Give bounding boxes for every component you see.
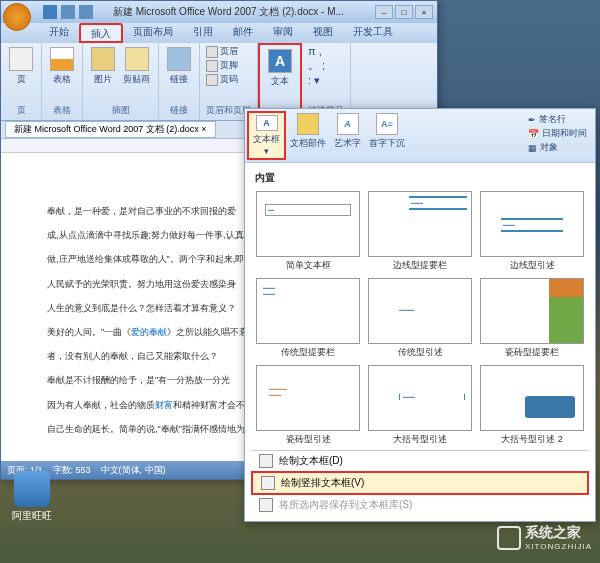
table-button[interactable]: 表格 bbox=[48, 45, 76, 88]
window-title: 新建 Microsoft Office Word 2007 文档 (2).doc… bbox=[113, 5, 344, 19]
draw-icon bbox=[259, 454, 273, 468]
datetime-button[interactable]: 📅日期和时间 bbox=[528, 127, 587, 140]
group-illustrations: 图片 剪贴画 插图 bbox=[83, 43, 159, 120]
dropcap-button[interactable]: A≡首字下沉 bbox=[365, 111, 409, 160]
redo-icon[interactable] bbox=[79, 5, 93, 19]
tab-view[interactable]: 视图 bbox=[303, 23, 343, 43]
symbol-button-3[interactable]: : ▾ bbox=[308, 74, 325, 87]
pagenumber-icon bbox=[206, 74, 218, 86]
maximize-button[interactable]: □ bbox=[395, 5, 413, 19]
symbol-button-2[interactable]: 。 ; bbox=[308, 58, 325, 73]
save-to-gallery-option[interactable]: 将所选内容保存到文本框库(S) bbox=[251, 495, 589, 515]
gallery-footer: 绘制文本框(D) 绘制竖排文本框(V) 将所选内容保存到文本框库(S) bbox=[251, 450, 589, 515]
group-links: 链接 链接 bbox=[159, 43, 200, 120]
undo-icon[interactable] bbox=[61, 5, 75, 19]
parts-icon bbox=[297, 113, 319, 135]
tab-dev[interactable]: 开发工具 bbox=[343, 23, 403, 43]
group-table: 表格 表格 bbox=[42, 43, 83, 120]
watermark: 系统之家 XITONGZHIJIA bbox=[497, 524, 592, 551]
gallery-item-border-quote[interactable]: ━━━━ 边线型引述 bbox=[479, 191, 585, 272]
gallery-item-trad-summary[interactable]: ━━━━━━━━ 传统型提要栏 bbox=[255, 278, 361, 359]
calendar-icon: 📅 bbox=[528, 129, 539, 139]
textbox-dropdown-button[interactable]: A 文本框▾ bbox=[247, 111, 286, 160]
header-icon bbox=[206, 46, 218, 58]
tab-review[interactable]: 审阅 bbox=[263, 23, 303, 43]
gallery-item-brace-quote-2[interactable]: 大括号型引述 2 bbox=[479, 365, 585, 446]
textbox-dropdown-panel: A 文本框▾ 文档部件 A艺术字 A≡首字下沉 ✒签名行 📅日期和时间 ▦对象 … bbox=[244, 108, 596, 522]
close-button[interactable]: × bbox=[415, 5, 433, 19]
desktop-icon-aliwangwang[interactable]: 阿里旺旺 bbox=[12, 471, 52, 523]
footer-button[interactable]: 页脚 bbox=[206, 59, 238, 72]
link-icon bbox=[167, 47, 191, 71]
gallery-item-tile-quote[interactable]: ━━━━━━━━━━ 瓷砖型引述 bbox=[255, 365, 361, 446]
pagenumber-button[interactable]: 页码 bbox=[206, 73, 238, 86]
close-tab-icon[interactable]: × bbox=[201, 124, 206, 134]
text-button[interactable]: A文本 bbox=[266, 47, 294, 90]
tab-mail[interactable]: 邮件 bbox=[223, 23, 263, 43]
language-status[interactable]: 中文(简体, 中国) bbox=[101, 464, 166, 477]
group-page: 页 页 bbox=[1, 43, 42, 120]
quick-access-toolbar bbox=[43, 5, 93, 19]
object-button[interactable]: ▦对象 bbox=[528, 141, 587, 154]
footer-icon bbox=[206, 60, 218, 72]
clipart-button[interactable]: 剪贴画 bbox=[121, 45, 152, 88]
gallery-item-border-summary[interactable]: ━━━━ 边线型提要栏 bbox=[367, 191, 473, 272]
office-button[interactable] bbox=[3, 3, 31, 31]
text-icon: A bbox=[268, 49, 292, 73]
panel-toolbar: A 文本框▾ 文档部件 A艺术字 A≡首字下沉 ✒签名行 📅日期和时间 ▦对象 bbox=[245, 109, 595, 163]
wordart-icon: A bbox=[337, 113, 359, 135]
page-button[interactable]: 页 bbox=[7, 45, 35, 88]
textbox-icon: A bbox=[256, 115, 278, 131]
watermark-logo-icon bbox=[497, 526, 521, 550]
minimize-button[interactable]: – bbox=[375, 5, 393, 19]
table-icon bbox=[50, 47, 74, 71]
links-button[interactable]: 链接 bbox=[165, 45, 193, 88]
signature-icon: ✒ bbox=[528, 115, 536, 125]
ribbon-tabs: 开始 插入 页面布局 引用 邮件 审阅 视图 开发工具 bbox=[1, 23, 437, 43]
clipart-icon bbox=[125, 47, 149, 71]
draw-vertical-icon bbox=[261, 476, 275, 490]
gallery-item-trad-quote[interactable]: ━━━━━ 传统型引述 bbox=[367, 278, 473, 359]
dropcap-icon: A≡ bbox=[376, 113, 398, 135]
word-count[interactable]: 字数: 553 bbox=[53, 464, 91, 477]
signature-button[interactable]: ✒签名行 bbox=[528, 113, 587, 126]
draw-vertical-textbox-option[interactable]: 绘制竖排文本框(V) bbox=[251, 471, 589, 495]
save-gallery-icon bbox=[259, 498, 273, 512]
tab-layout[interactable]: 页面布局 bbox=[123, 23, 183, 43]
tab-references[interactable]: 引用 bbox=[183, 23, 223, 43]
parts-button[interactable]: 文档部件 bbox=[286, 111, 330, 160]
draw-textbox-option[interactable]: 绘制文本框(D) bbox=[251, 451, 589, 471]
tab-start[interactable]: 开始 bbox=[39, 23, 79, 43]
gallery-item-brace-quote[interactable]: ━━━━ 大括号型引述 bbox=[367, 365, 473, 446]
picture-icon bbox=[91, 47, 115, 71]
save-icon[interactable] bbox=[43, 5, 57, 19]
title-bar: 新建 Microsoft Office Word 2007 文档 (2).doc… bbox=[1, 1, 437, 23]
object-icon: ▦ bbox=[528, 143, 537, 153]
page-icon bbox=[9, 47, 33, 71]
gallery-item-simple[interactable]: ━━ 简单文本框 bbox=[255, 191, 361, 272]
document-tab[interactable]: 新建 Microsoft Office Word 2007 文档 (2).doc… bbox=[5, 121, 216, 138]
picture-button[interactable]: 图片 bbox=[89, 45, 117, 88]
wordart-button[interactable]: A艺术字 bbox=[330, 111, 365, 160]
panel-options: ✒签名行 📅日期和时间 ▦对象 bbox=[522, 111, 593, 160]
textbox-gallery: 内置 ━━ 简单文本框 ━━━━ 边线型提要栏 ━━━━ 边线型引述 ━━━━━… bbox=[245, 163, 595, 521]
symbol-button[interactable]: π , bbox=[308, 45, 325, 57]
header-button[interactable]: 页眉 bbox=[206, 45, 238, 58]
tab-insert[interactable]: 插入 bbox=[79, 23, 123, 43]
aliwangwang-icon bbox=[14, 471, 50, 507]
gallery-item-tile-summary[interactable]: 瓷砖型提要栏 bbox=[479, 278, 585, 359]
gallery-section-header: 内置 bbox=[251, 169, 589, 187]
